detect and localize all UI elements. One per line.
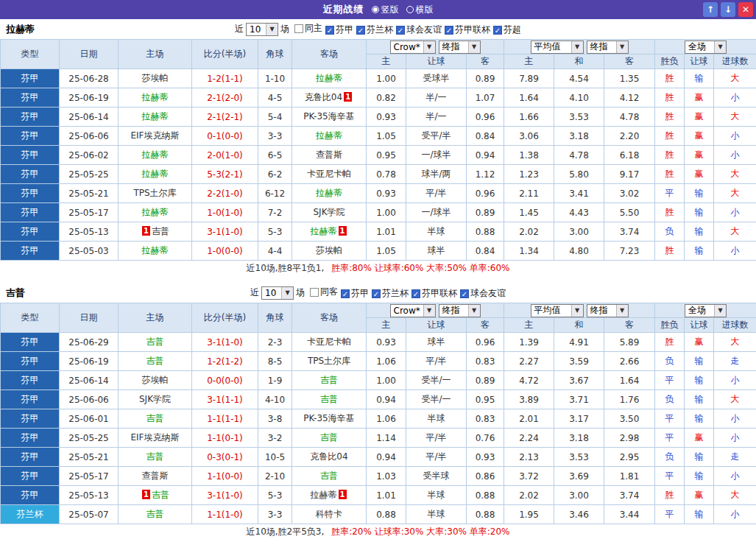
bookmaker-select[interactable]: Crow*▼ — [390, 40, 436, 54]
radio-horizontal-layout[interactable]: 横版 — [406, 4, 434, 16]
odds-home-cell: 1.00 — [367, 69, 406, 88]
col-header-score: 比分(半场) — [192, 40, 258, 69]
radio-vertical-layout[interactable]: 竖版 — [372, 4, 399, 16]
odds-handicap-cell: 球半 — [406, 242, 467, 261]
filter-item[interactable]: ✓芬甲联杯 — [411, 287, 457, 300]
odds-handicap-cell: 半/一 — [406, 108, 467, 127]
away-team-cell: 吉普 — [292, 371, 367, 390]
avg-home-cell: 7.89 — [504, 69, 554, 88]
score-cell: 1-0(0-0) — [192, 242, 258, 261]
result-outcome-cell: 胜 — [655, 146, 685, 165]
checkbox-checked-icon[interactable]: ✓ — [445, 26, 453, 35]
final-odds-value: 终指 — [442, 40, 462, 53]
checkbox-checked-icon[interactable]: ✓ — [411, 289, 420, 298]
avg-away-cell: 1.35 — [604, 69, 655, 88]
match-row: 芬甲25-05-21吉普0-3(0-1)10-5克鲁比040.94平/半0.93… — [1, 448, 756, 467]
scroll-down-button[interactable]: ↓ — [721, 2, 735, 17]
filter-item[interactable]: 同客 — [310, 286, 338, 298]
average-select[interactable]: 平均值▼ — [531, 304, 584, 317]
final-odds-select-2[interactable]: 终指▼ — [587, 40, 629, 54]
avg-away-cell: 3.44 — [604, 505, 655, 524]
checkbox-checked-icon[interactable]: ✓ — [341, 289, 350, 298]
fulltime-select[interactable]: 全场▼ — [685, 40, 727, 54]
odds-away-cell: 0.89 — [467, 69, 504, 88]
result-handicap-cell: 输 — [685, 203, 714, 222]
odds-home-cell: 1.00 — [367, 371, 406, 390]
filter-item[interactable]: ✓芬兰杯 — [372, 287, 409, 300]
odds-home-cell: 1.14 — [367, 429, 406, 448]
result-handicap-cell: 输 — [685, 222, 714, 242]
average-select[interactable]: 平均值▼ — [531, 40, 584, 54]
date-cell: 25-06-06 — [60, 390, 119, 409]
filter-item[interactable]: ✓芬甲联杯 — [445, 24, 490, 36]
odds-away-cell: 0.89 — [467, 371, 504, 390]
league-cell: 芬甲 — [1, 222, 60, 242]
score-cell: 0-1(0-0) — [192, 127, 258, 146]
matches-label: 场 — [296, 286, 305, 299]
chevron-down-icon: ▼ — [468, 41, 480, 53]
col-header-corner: 角球 — [258, 40, 292, 69]
checkbox-checked-icon[interactable]: ✓ — [356, 26, 365, 35]
section-divider — [0, 276, 756, 283]
home-team-cell: EIF埃克纳斯 — [119, 429, 192, 448]
bookmaker-select[interactable]: Crow*▼ — [390, 304, 436, 317]
home-team-cell: 莎埃帕 — [119, 371, 192, 390]
league-cell: 芬甲 — [1, 371, 60, 390]
odds-home-cell: 0.82 — [367, 88, 406, 108]
score-cell: 1-1(1-0) — [192, 505, 258, 524]
team-name: 拉赫蒂 — [6, 23, 35, 36]
filter-item[interactable]: ✓球会友谊 — [460, 287, 506, 300]
filter-item[interactable]: ✓芬兰杯 — [356, 24, 393, 36]
checkbox-checked-icon[interactable]: ✓ — [493, 26, 502, 35]
home-team-name: 拉赫蒂 — [142, 169, 169, 179]
result-outcome-cell: 胜 — [655, 127, 685, 146]
result-outcome-cell: 平 — [655, 371, 685, 390]
odds-handicap-cell: 球半/两 — [406, 165, 467, 184]
avg-home-cell: 1.23 — [504, 165, 554, 184]
match-count-select[interactable]: 10 ▼ — [261, 286, 294, 300]
home-team-name: TPS土尔库 — [133, 188, 176, 198]
date-cell: 25-05-07 — [60, 505, 119, 524]
avg-home-cell: 1.66 — [504, 108, 554, 127]
filter-item[interactable]: ✓芬超 — [493, 24, 521, 36]
date-cell: 25-05-13 — [60, 486, 119, 505]
away-team-cell: 克鲁比04 — [292, 448, 367, 467]
checkbox-checked-icon[interactable]: ✓ — [396, 26, 405, 35]
odds-home-cell: 1.01 — [367, 486, 406, 505]
odds-home-cell: 1.05 — [367, 242, 406, 261]
handicap-odds-header: Crow*▼ 终指▼ — [367, 303, 504, 318]
result-handicap-cell: 输 — [685, 352, 714, 371]
fulltime-select[interactable]: 全场▼ — [685, 304, 727, 317]
league-cell: 芬甲 — [1, 486, 60, 505]
match-count-select[interactable]: 10 ▼ — [246, 23, 278, 36]
final-odds-select-2[interactable]: 终指▼ — [587, 304, 629, 317]
match-row: 芬甲25-06-02拉赫蒂2-0(1-0)6-5查普斯0.95一/球半0.941… — [1, 146, 756, 165]
filter-item[interactable]: ✓芬甲 — [325, 24, 353, 36]
final-odds-select[interactable]: 终指▼ — [439, 304, 481, 317]
average-odds-header: 平均值▼ 终指▼ — [504, 303, 655, 318]
checkbox-checked-icon[interactable]: ✓ — [372, 289, 381, 298]
col-header-away: 客场 — [292, 303, 367, 333]
final-odds-select[interactable]: 终指▼ — [439, 40, 481, 54]
checkbox-unchecked-icon[interactable] — [310, 288, 319, 297]
filter-item[interactable]: ✓芬甲 — [341, 287, 369, 300]
checkbox-checked-icon[interactable]: ✓ — [460, 289, 469, 298]
result-goals-cell: 小 — [714, 88, 756, 108]
col-header-odds-away: 客 — [467, 54, 504, 69]
close-button[interactable]: ✕ — [738, 2, 753, 17]
filter-item[interactable]: ✓球会友谊 — [396, 24, 442, 36]
matches-label: 场 — [280, 23, 289, 35]
league-cell: 芬甲 — [1, 69, 60, 88]
result-header: 全场▼ — [655, 40, 756, 54]
avg-draw-cell: 4.80 — [554, 242, 604, 261]
avg-away-cell: 5.50 — [604, 203, 655, 222]
filter-item[interactable]: 同主 — [294, 22, 322, 35]
scroll-up-button[interactable]: ↑ — [703, 2, 718, 17]
home-team-name: 吉普 — [146, 413, 164, 423]
checkbox-unchecked-icon[interactable] — [294, 24, 303, 33]
checkbox-checked-icon[interactable]: ✓ — [325, 26, 334, 35]
section-summary: 近10场,胜8平1负1, 胜率:80% 让球率:60% 大率:50% 单率:60… — [0, 261, 756, 276]
league-cell: 芬甲 — [1, 409, 60, 429]
away-team-cell: 拉赫蒂 — [292, 184, 367, 203]
odds-away-cell: 0.89 — [467, 203, 504, 222]
